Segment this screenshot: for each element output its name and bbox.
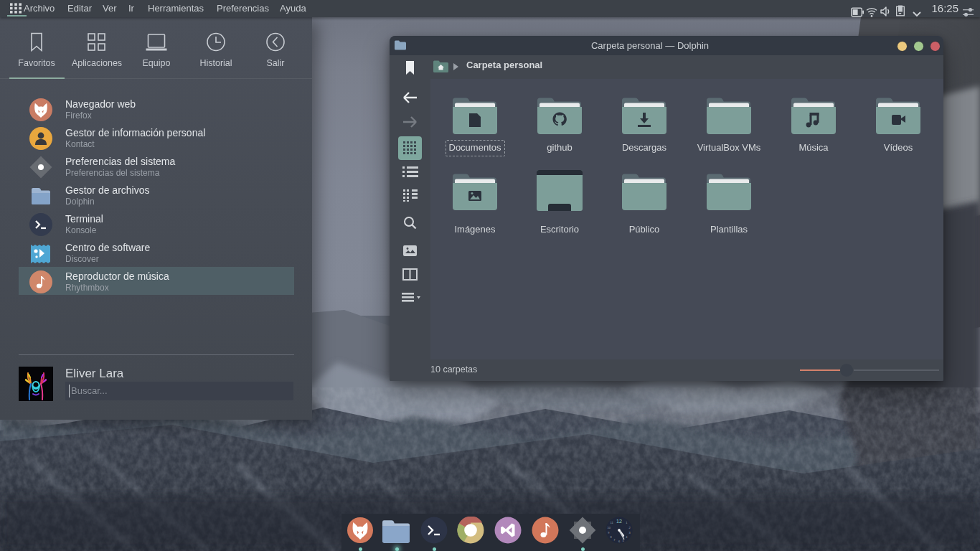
svg-text:12: 12 [616,519,622,524]
svg-text:2: 2 [629,526,631,529]
svg-text:7: 7 [613,538,615,542]
